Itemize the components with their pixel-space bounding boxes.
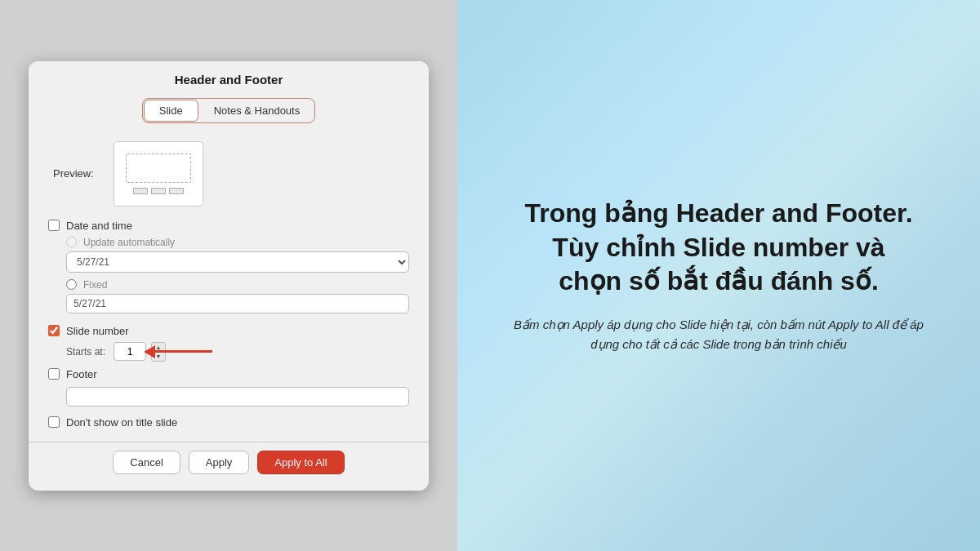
preview-dashed-rect [126,153,191,183]
arrow-line [155,350,212,353]
date-time-checkbox[interactable] [48,220,60,231]
right-panel: Trong bảng Header and Footer.Tùy chỉnh S… [457,0,980,551]
tabs-container: Slide Notes & Handouts [142,98,315,123]
fixed-radio[interactable] [66,279,77,290]
dont-show-row: Don't show on title slide [48,416,409,429]
fixed-radio-row: Fixed [66,279,409,291]
footer-label: Footer [66,368,97,380]
starts-at-label: Starts at: [66,346,105,358]
date-select[interactable]: 5/27/21 [66,251,409,273]
slide-number-checkbox[interactable] [48,325,60,336]
starts-at-input[interactable] [114,342,146,361]
update-auto-row: Update automatically [66,237,409,248]
dialog-body: Date and time Update automatically 5/27/… [29,220,429,429]
date-time-row: Date and time [48,220,409,232]
preview-bottom-items [133,188,184,194]
slide-number-label: Slide number [66,325,129,337]
left-panel: Header and Footer Slide Notes & Handouts… [0,0,457,551]
preview-box [114,141,203,207]
footer-input-row [66,387,409,407]
right-content: Trong bảng Header and Footer.Tùy chỉnh S… [506,197,931,354]
dont-show-label: Don't show on title slide [66,416,177,429]
preview-small-rect-1 [133,188,148,194]
fixed-label: Fixed [83,279,107,291]
update-auto-radio[interactable] [66,237,77,247]
slide-number-section: Slide number Starts at: ▲ ▼ [48,325,409,362]
apply-all-button[interactable]: Apply to All [257,451,344,474]
preview-small-rect-3 [169,188,184,194]
preview-label: Preview: [53,167,102,180]
footer-row: Footer [48,368,409,380]
dont-show-checkbox[interactable] [48,416,60,428]
preview-section: Preview: [29,136,429,220]
dialog-title: Header and Footer [29,61,429,95]
apply-button[interactable]: Apply [189,451,250,474]
arrow-head [144,345,155,358]
header-footer-dialog: Header and Footer Slide Notes & Handouts… [29,61,429,491]
date-select-row: 5/27/21 [66,251,409,273]
starts-at-row: Starts at: ▲ ▼ [66,342,409,362]
preview-small-rect-2 [151,188,166,194]
footer-checkbox[interactable] [48,368,60,380]
tab-notes[interactable]: Notes & Handouts [199,99,315,122]
slide-number-row: Slide number [48,325,409,337]
date-time-label: Date and time [66,220,132,232]
footer-input[interactable] [66,387,409,407]
dialog-footer: Cancel Apply Apply to All [29,442,429,474]
fixed-input[interactable] [66,294,409,313]
arrow-indicator [144,345,212,358]
main-heading: Trong bảng Header and Footer.Tùy chỉnh S… [506,197,931,299]
cancel-button[interactable]: Cancel [113,451,180,474]
update-auto-label: Update automatically [83,237,175,248]
fixed-input-row [66,294,409,313]
tab-slide[interactable]: Slide [144,100,198,122]
sub-text: Bấm chọn Apply áp dụng cho Slide hiện tạ… [506,315,931,354]
